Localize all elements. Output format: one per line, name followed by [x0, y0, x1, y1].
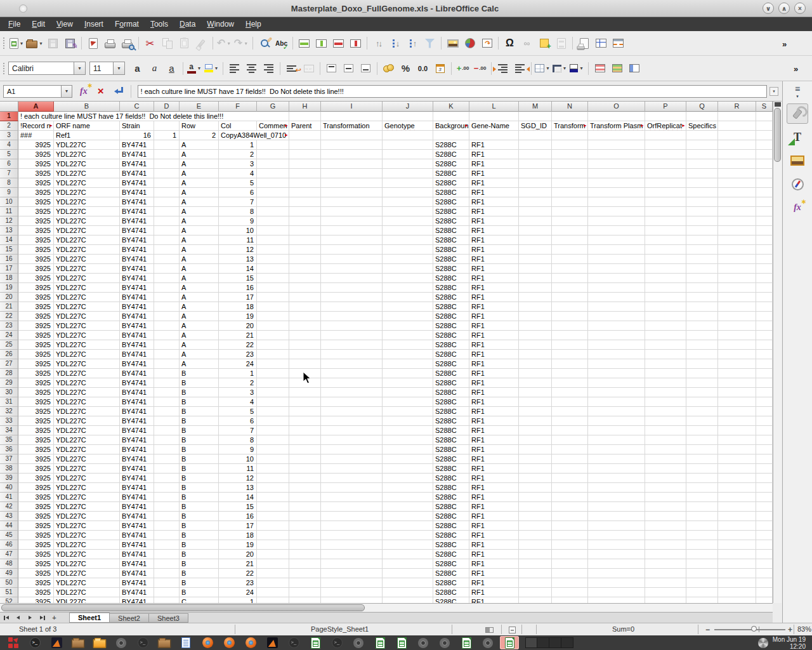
cell[interactable] [756, 150, 773, 159]
zoom-slider-thumb[interactable] [751, 626, 757, 632]
cell[interactable] [718, 493, 756, 502]
cell[interactable] [154, 159, 180, 169]
cell[interactable] [552, 207, 588, 216]
cell[interactable]: S288C [433, 474, 469, 483]
cell[interactable] [383, 255, 433, 264]
cell[interactable] [756, 140, 773, 150]
row-header-21[interactable]: 21 [0, 302, 18, 312]
underline-button[interactable]: a [164, 60, 180, 76]
print-preview-button[interactable] [119, 36, 135, 51]
cell[interactable] [588, 140, 645, 150]
cell[interactable] [321, 178, 383, 188]
cell[interactable] [645, 159, 686, 169]
cell[interactable] [718, 464, 756, 474]
row-header-39[interactable]: 39 [0, 474, 18, 483]
cell[interactable]: S288C [433, 169, 469, 178]
cell[interactable] [519, 331, 552, 340]
cell[interactable] [321, 235, 383, 245]
cell[interactable] [756, 369, 773, 378]
header-cell-P2[interactable]: OrfReplicat► [645, 121, 686, 131]
cell[interactable] [383, 178, 433, 188]
header-cell-F2[interactable]: Col [219, 121, 257, 131]
cell[interactable] [645, 245, 686, 255]
cell[interactable] [686, 512, 718, 521]
cell[interactable] [154, 283, 180, 293]
cell[interactable]: 3925 [18, 283, 54, 293]
print-area-button[interactable] [576, 36, 592, 51]
cell[interactable]: 15 [219, 274, 257, 283]
cell[interactable] [321, 407, 383, 416]
cell[interactable]: RF1 [469, 464, 519, 474]
cell[interactable]: BY4741 [120, 540, 154, 550]
borders-button[interactable]: ▾ [535, 60, 551, 76]
cell[interactable]: BY4741 [120, 216, 154, 226]
column-header-H[interactable]: H [289, 102, 321, 112]
workspace-3[interactable] [549, 637, 561, 648]
cell[interactable] [289, 112, 321, 121]
find-replace-button[interactable]: ✎ [256, 36, 272, 51]
cell[interactable]: BY4741 [120, 197, 154, 207]
cell[interactable] [686, 350, 718, 359]
cell[interactable] [645, 112, 686, 121]
cell[interactable]: RF1 [469, 502, 519, 512]
row-header-27[interactable]: 27 [0, 359, 18, 369]
cell[interactable] [289, 245, 321, 255]
cell[interactable] [289, 274, 321, 283]
cell[interactable] [718, 397, 756, 407]
cell[interactable] [289, 426, 321, 435]
cell[interactable] [645, 550, 686, 559]
row-header-13[interactable]: 13 [0, 226, 18, 235]
cell[interactable]: S288C [433, 550, 469, 559]
cell[interactable] [552, 312, 588, 321]
cell[interactable] [154, 502, 180, 512]
cell[interactable] [289, 550, 321, 559]
cell[interactable] [154, 426, 180, 435]
column-header-I[interactable]: I [321, 102, 383, 112]
cell[interactable] [588, 321, 645, 331]
cell[interactable] [718, 293, 756, 302]
cell[interactable]: YDL227C [54, 350, 120, 359]
cell[interactable] [756, 483, 773, 493]
firefox-window-3[interactable] [241, 636, 260, 649]
cell[interactable] [289, 140, 321, 150]
cell[interactable]: RF1 [469, 569, 519, 578]
cell[interactable] [257, 226, 289, 235]
cell[interactable]: 3925 [18, 245, 54, 255]
row-header-22[interactable]: 22 [0, 312, 18, 321]
cell[interactable] [552, 454, 588, 464]
wrap-text-button[interactable]: ↩ [284, 60, 299, 76]
cell[interactable] [718, 521, 756, 531]
cell[interactable]: YDL227C [54, 454, 120, 464]
cell[interactable]: YDL227C [54, 207, 120, 216]
cell[interactable] [756, 255, 773, 264]
cell[interactable] [383, 112, 433, 121]
cell[interactable]: YDL227C [54, 312, 120, 321]
file-manager-window-1[interactable] [69, 636, 88, 649]
cell[interactable]: YDL227C [54, 188, 120, 197]
cell[interactable] [383, 502, 433, 512]
cell[interactable] [686, 321, 718, 331]
cell[interactable] [718, 597, 756, 603]
cell[interactable]: 1 [219, 597, 257, 603]
cell[interactable] [756, 321, 773, 331]
cell[interactable]: BY4741 [120, 474, 154, 483]
cell[interactable]: 16 [219, 512, 257, 521]
cell[interactable] [257, 159, 289, 169]
cell[interactable] [519, 169, 552, 178]
cell[interactable] [154, 331, 180, 340]
horizontal-scrollbar-thumb[interactable] [1, 604, 365, 611]
cell[interactable]: 3925 [18, 226, 54, 235]
cell[interactable] [321, 255, 383, 264]
cell[interactable] [718, 426, 756, 435]
cell[interactable]: YDL227C [54, 502, 120, 512]
cell[interactable]: BY4741 [120, 597, 154, 603]
cell[interactable] [552, 293, 588, 302]
cell[interactable] [718, 321, 756, 331]
cell[interactable] [588, 531, 645, 540]
cell[interactable]: RF1 [469, 388, 519, 397]
save-as-button[interactable]: ✎ [62, 36, 78, 51]
cell[interactable] [257, 483, 289, 493]
cell[interactable] [718, 169, 756, 178]
tab-sheet2[interactable]: Sheet2 [109, 613, 149, 623]
cell[interactable]: YDL227C [54, 235, 120, 245]
